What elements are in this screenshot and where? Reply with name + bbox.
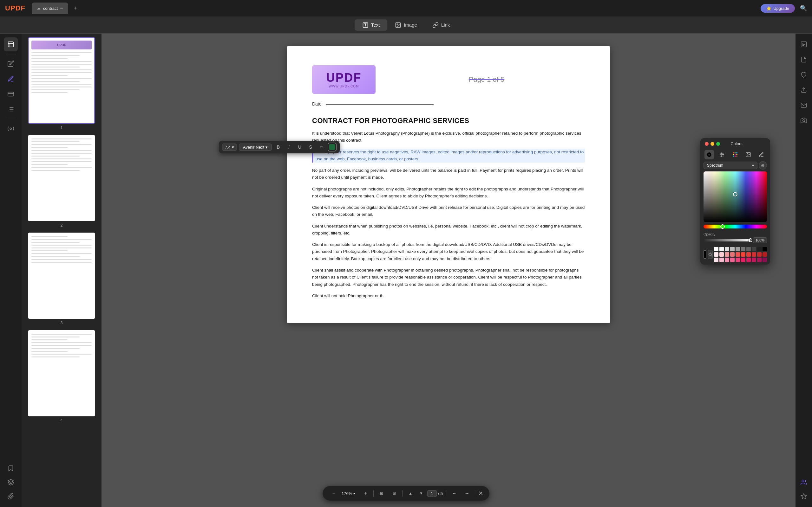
left-sidebar <box>0 34 21 507</box>
sidebar-organize-icon[interactable] <box>4 102 18 116</box>
swatch-cell[interactable] <box>741 247 745 251</box>
right-sidebar-ai-icon[interactable] <box>797 489 811 503</box>
swatch-cell[interactable] <box>719 258 724 262</box>
swatch-cell[interactable] <box>757 247 762 251</box>
thumbnail-4[interactable]: 4 <box>24 330 99 423</box>
right-sidebar-camera-icon[interactable] <box>797 113 811 127</box>
sidebar-annotate-icon[interactable] <box>4 72 18 86</box>
sidebar-pages-icon[interactable] <box>4 38 18 51</box>
color-tab-image[interactable] <box>744 150 753 159</box>
right-sidebar-ocr-icon[interactable] <box>797 38 811 51</box>
document-area[interactable]: UPDF WWW.UPDF.COM Page 1 of 5 Date: CONT… <box>101 34 796 507</box>
zoom-display[interactable]: 176% ▾ <box>342 491 357 496</box>
zoom-out-button[interactable]: − <box>329 489 339 498</box>
color-tab-wheel[interactable] <box>705 150 714 159</box>
fit-width-button[interactable]: ⊟ <box>390 489 399 498</box>
thumbnail-panel[interactable]: UPDF <box>21 34 101 507</box>
last-page-button[interactable]: ⇥ <box>462 489 472 498</box>
swatch-cell[interactable] <box>714 252 718 257</box>
color-more-button[interactable]: ⊕ <box>759 161 767 170</box>
tab-edit-icon[interactable]: ✏ <box>60 6 63 10</box>
sidebar-forms-icon[interactable] <box>4 87 18 101</box>
tab-contract[interactable]: ☁ contract ✏ <box>32 3 68 14</box>
italic-button[interactable]: I <box>285 143 293 152</box>
swatch-cell[interactable] <box>763 258 767 262</box>
bold-button[interactable]: B <box>274 143 283 152</box>
zoom-in-button[interactable]: + <box>361 489 370 498</box>
color-tab-palette[interactable] <box>730 150 740 159</box>
swatch-cell[interactable] <box>730 258 734 262</box>
font-name-selector[interactable]: Avenir Next ▾ <box>239 144 272 151</box>
align-button[interactable]: ≡ <box>317 143 326 152</box>
strikethrough-button[interactable]: S <box>306 143 315 152</box>
swatch-cell[interactable] <box>735 258 740 262</box>
upgrade-button[interactable]: ⭐ Upgrade <box>761 4 795 13</box>
next-page-button[interactable]: ▼ <box>416 489 426 498</box>
minimize-window-dot[interactable] <box>711 142 714 146</box>
opacity-value[interactable]: 100% <box>753 237 767 243</box>
swatch-cell[interactable] <box>714 258 718 262</box>
right-sidebar-send-icon[interactable] <box>797 98 811 112</box>
opacity-slider[interactable] <box>704 239 751 241</box>
font-size-selector[interactable]: 7.4 ▾ <box>222 144 237 151</box>
sidebar-edit-icon[interactable] <box>4 57 18 71</box>
swatch-cell[interactable] <box>725 258 729 262</box>
swatch-cell[interactable] <box>741 252 745 257</box>
sidebar-tools-icon[interactable] <box>4 122 18 135</box>
swatch-cell[interactable] <box>752 247 756 251</box>
color-spectrum[interactable] <box>704 171 767 222</box>
color-tab-pencil[interactable] <box>757 150 766 159</box>
hue-slider[interactable] <box>704 225 767 228</box>
close-bottom-bar-button[interactable]: ✕ <box>478 490 483 497</box>
right-sidebar-protect-icon[interactable] <box>797 68 811 82</box>
opacity-section: Opacity 100% <box>700 231 770 245</box>
maximize-window-dot[interactable] <box>716 142 720 146</box>
swatch-cell[interactable] <box>741 258 745 262</box>
swatch-cell[interactable] <box>763 247 767 251</box>
swatch-cell[interactable] <box>757 252 762 257</box>
swatch-cell[interactable] <box>730 247 734 251</box>
swatch-cell[interactable] <box>730 252 734 257</box>
swatch-cell[interactable] <box>746 247 751 251</box>
close-window-dot[interactable] <box>705 142 709 146</box>
swatch-cell[interactable] <box>735 252 740 257</box>
swatch-cell[interactable] <box>752 252 756 257</box>
search-icon[interactable]: 🔍 <box>800 5 807 12</box>
swatch-cell[interactable] <box>719 247 724 251</box>
color-tab-sliders[interactable] <box>717 150 727 159</box>
color-preview-button[interactable] <box>328 143 337 152</box>
sidebar-layers-icon[interactable] <box>4 475 18 489</box>
text-mode-label: Text <box>371 22 380 27</box>
spectrum-selector[interactable]: Spectrum ▾ <box>704 162 757 169</box>
fit-page-button[interactable]: ⊞ <box>377 489 386 498</box>
right-sidebar-export-icon[interactable] <box>797 83 811 97</box>
swatch-cell[interactable] <box>725 247 729 251</box>
link-mode-button[interactable]: Link <box>425 19 458 31</box>
swatch-cell[interactable] <box>763 252 767 257</box>
thumbnail-2[interactable]: 2 <box>24 135 99 228</box>
page-number-input[interactable] <box>427 490 437 497</box>
sidebar-bookmark-icon[interactable] <box>4 461 18 475</box>
thumbnail-1[interactable]: UPDF <box>24 38 99 130</box>
thumbnail-3[interactable]: 3 <box>24 233 99 325</box>
prev-page-button[interactable]: ▲ <box>406 489 415 498</box>
swatch-cell[interactable] <box>746 252 751 257</box>
swatch-cell[interactable] <box>725 252 729 257</box>
swatch-cell[interactable] <box>714 247 718 251</box>
new-tab-button[interactable]: + <box>71 4 80 13</box>
zoom-chevron: ▾ <box>353 492 355 495</box>
sidebar-attachment-icon[interactable] <box>4 489 18 503</box>
right-sidebar-collab-icon[interactable] <box>797 475 811 489</box>
swatch-cell[interactable] <box>746 258 751 262</box>
swatch-cell[interactable] <box>757 258 762 262</box>
swatch-black[interactable] <box>704 250 706 259</box>
first-page-button[interactable]: ⇤ <box>450 489 459 498</box>
swatch-cell[interactable] <box>719 252 724 257</box>
text-mode-button[interactable]: Text <box>355 19 388 31</box>
underline-button[interactable]: U <box>295 143 304 152</box>
eyedropper-button[interactable] <box>708 250 713 259</box>
swatch-cell[interactable] <box>752 258 756 262</box>
image-mode-button[interactable]: Image <box>387 19 425 31</box>
right-sidebar-page-icon[interactable] <box>797 53 811 66</box>
swatch-cell[interactable] <box>735 247 740 251</box>
